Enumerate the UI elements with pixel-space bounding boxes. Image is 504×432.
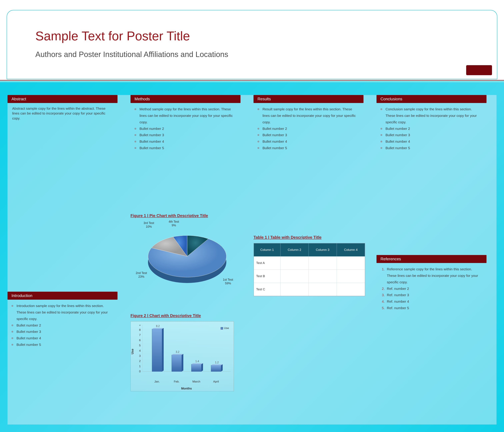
methods-list: Method sample copy for the lines within …	[130, 103, 241, 151]
results-item: Result sample copy for the lines within …	[258, 106, 360, 126]
svg-rect-7	[191, 364, 201, 371]
svg-text:8: 8	[139, 328, 141, 332]
table-cell: Test C	[254, 283, 280, 296]
references-list: Reference sample copy for the lines with…	[377, 263, 486, 311]
references-item: Ref. number 2	[382, 286, 483, 292]
svg-text:Jan.: Jan.	[154, 380, 160, 383]
results-list: Result sample copy for the lines within …	[253, 103, 363, 151]
poster-title: Sample Text for Poster Title	[35, 29, 469, 43]
methods-heading: Methods	[130, 95, 241, 103]
section-methods: Methods Method sample copy for the lines…	[130, 95, 241, 151]
section-abstract: Abstract Abstract sample copy for the li…	[8, 95, 117, 121]
pie-label-4: 4th Test 9%	[166, 220, 181, 227]
methods-item: Bullet number 4	[135, 138, 236, 145]
svg-text:3: 3	[139, 354, 141, 358]
bar-xlabel: Months	[181, 387, 192, 390]
conclusions-item: Conclusion sample copy for the lines wit…	[380, 106, 483, 126]
svg-text:1: 1	[139, 365, 141, 368]
introduction-item: Bullet number 3	[11, 328, 114, 335]
abstract-body: Abstract sample copy for the lines withi…	[8, 103, 117, 121]
table-cell	[308, 256, 337, 270]
table-cell: Test B	[254, 270, 280, 283]
table-header: Column 3	[308, 243, 337, 256]
methods-item: Bullet number 2	[135, 126, 236, 132]
divider-lines	[0, 80, 504, 82]
references-item: Ref. number 5	[382, 305, 483, 311]
section-introduction: Introduction Introduction sample copy fo…	[8, 292, 117, 348]
conclusions-item: Bullet number 3	[380, 132, 483, 138]
svg-text:1.4: 1.4	[195, 360, 199, 363]
results-heading: Results	[253, 95, 363, 103]
abstract-heading: Abstract	[8, 95, 117, 103]
conclusions-heading: Conclusions	[377, 95, 486, 103]
figure-2: Figure 2 | Chart with Descriptive Title …	[130, 313, 241, 391]
results-item: Bullet number 2	[258, 126, 360, 132]
conclusions-item: Bullet number 2	[380, 126, 483, 132]
references-item: Ref. number 3	[382, 292, 483, 298]
svg-text:4: 4	[139, 349, 141, 352]
svg-text:5: 5	[139, 344, 141, 347]
table-1: Table 1 | Table with Descriptive Title C…	[253, 235, 369, 296]
svg-text:0: 0	[139, 370, 141, 373]
svg-text:1.2: 1.2	[215, 361, 219, 364]
table-cell	[280, 256, 308, 270]
header-box: Sample Text for Poster Title Authors and…	[7, 10, 497, 79]
figure-1-title: Figure 1 | Pie Chart with Descriptive Ti…	[130, 213, 241, 218]
table-cell	[337, 283, 365, 296]
table-cell	[337, 256, 365, 270]
section-results: Results Result sample copy for the lines…	[253, 95, 363, 151]
results-item: Bullet number 4	[258, 138, 360, 145]
introduction-item: Bullet number 5	[11, 342, 114, 348]
conclusions-item: Bullet number 5	[380, 145, 483, 151]
svg-text:3.2: 3.2	[176, 351, 179, 353]
pie-chart: 1st Test 59% 2nd Test 23% 3rd Test 10% 4…	[130, 221, 231, 293]
figure-2-title: Figure 2 | Chart with Descriptive Title	[130, 313, 241, 318]
pie-label-3: 3rd Test 10%	[141, 221, 156, 228]
table-cell	[308, 270, 337, 283]
table-row: Test C	[254, 283, 365, 296]
conclusions-list: Conclusion sample copy for the lines wit…	[377, 103, 486, 151]
svg-text:7: 7	[139, 333, 141, 337]
introduction-item: Bullet number 2	[11, 322, 114, 329]
svg-text:2: 2	[139, 360, 141, 363]
table-row: Test A	[254, 256, 365, 270]
data-table: Column 1Column 2Column 3Column 4 Test AT…	[253, 243, 365, 296]
conclusions-item: Bullet number 4	[380, 138, 483, 145]
figure-1: Figure 1 | Pie Chart with Descriptive Ti…	[130, 213, 241, 293]
poster-page: Sample Text for Poster Title Authors and…	[0, 0, 504, 432]
introduction-item: Bullet number 4	[11, 335, 114, 342]
table-header: Column 4	[337, 243, 365, 256]
table-cell: Test A	[254, 256, 280, 270]
svg-text:9: 9	[139, 325, 141, 326]
introduction-list: Introduction sample copy for the lines w…	[8, 300, 117, 348]
references-heading: References	[377, 255, 486, 263]
bar-chart: Use 8.23.21.41.2 0123456789	[130, 321, 234, 391]
table-header: Column 1	[254, 243, 280, 256]
svg-text:8.2: 8.2	[156, 325, 160, 327]
svg-text:March: March	[192, 380, 200, 383]
section-references: References Reference sample copy for the…	[377, 255, 486, 311]
methods-item: Bullet number 3	[135, 132, 236, 138]
section-conclusions: Conclusions Conclusion sample copy for t…	[377, 95, 486, 151]
table-row: Test B	[254, 270, 365, 283]
poster-subtitle: Authors and Poster Institutional Affilia…	[35, 50, 469, 59]
introduction-item: Introduction sample copy for the lines w…	[11, 303, 114, 322]
table-cell	[308, 283, 337, 296]
svg-rect-5	[172, 355, 182, 371]
bar-ylabel: Use	[131, 349, 134, 354]
results-item: Bullet number 3	[258, 132, 360, 138]
header-accent-bar	[466, 65, 492, 75]
svg-text:Feb.: Feb.	[174, 380, 180, 383]
references-item: Ref. number 4	[382, 298, 483, 305]
svg-text:6: 6	[139, 339, 141, 342]
introduction-heading: Introduction	[8, 292, 117, 300]
table-1-title: Table 1 | Table with Descriptive Title	[253, 235, 369, 240]
methods-item: Bullet number 5	[135, 145, 236, 151]
table-cell	[280, 270, 308, 283]
table-cell	[280, 283, 308, 296]
pie-label-2: 2nd Test 23%	[134, 271, 149, 279]
body-inner: Abstract Abstract sample copy for the li…	[8, 95, 496, 424]
table-cell	[337, 270, 365, 283]
svg-rect-3	[152, 329, 162, 371]
methods-item: Method sample copy for the lines within …	[135, 106, 236, 126]
